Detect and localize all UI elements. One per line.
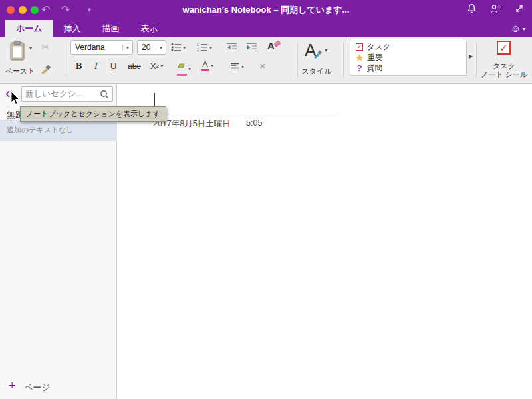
- ribbon-divider: [343, 42, 344, 78]
- page-list-sidebar: ‹ 無題... 追加のテキストなし + ページ: [0, 84, 117, 399]
- chevron-down-icon: ▾: [156, 45, 166, 51]
- font-color-button[interactable]: A ▾: [201, 60, 213, 71]
- page-item-selected[interactable]: 追加のテキストなし: [0, 120, 117, 141]
- styles-button[interactable]: A ▾: [305, 40, 327, 61]
- indent-button[interactable]: [246, 43, 257, 52]
- tab-home[interactable]: ホーム: [5, 20, 53, 37]
- cut-scissors-icon[interactable]: ✂: [41, 41, 50, 53]
- page-title-underline: [153, 114, 338, 114]
- tag-question[interactable]: ? 質問: [356, 63, 461, 73]
- italic-button[interactable]: I: [94, 61, 98, 72]
- fullscreen-expand-icon[interactable]: [515, 4, 524, 16]
- font-family-select[interactable]: Verdana ▾: [70, 40, 133, 55]
- highlight-color-button[interactable]: ▾: [177, 61, 191, 76]
- alignment-button[interactable]: ▾: [230, 63, 244, 70]
- task-note-seal-button[interactable]: ✓: [497, 41, 511, 55]
- tag-question-label: 質問: [367, 63, 382, 73]
- notifications-bell-icon[interactable]: [467, 3, 477, 17]
- search-box: [21, 86, 113, 102]
- font-color-icon: A: [201, 60, 209, 71]
- chevron-down-icon: ▾: [160, 63, 163, 69]
- subscript-base: X: [150, 61, 156, 71]
- paste-dropdown-icon[interactable]: ▾: [29, 45, 32, 51]
- page-item-subtitle: 追加のテキストなし: [7, 125, 74, 135]
- search-icon[interactable]: [100, 90, 109, 102]
- tags-gallery: ✓ タスク ★ 重要 ? 質問: [350, 39, 467, 76]
- bullet-list-icon: [171, 43, 182, 52]
- strikethrough-button[interactable]: abe: [128, 62, 141, 71]
- font-color-bar: [201, 69, 209, 71]
- plus-icon: +: [9, 379, 16, 393]
- window-title: wanichan's Notebook – 同期しています...: [0, 0, 532, 20]
- tag-important-label: 重要: [368, 53, 383, 63]
- bullet-list-button[interactable]: ▾: [171, 43, 186, 52]
- subscript-sub: 2: [156, 63, 159, 69]
- font-color-letter: A: [201, 60, 209, 68]
- format-painter-icon[interactable]: [40, 63, 52, 77]
- tooltip: ノートブックとセクションを表示します: [20, 106, 166, 122]
- smiley-glyph: ☺: [511, 23, 521, 34]
- mouse-cursor-icon: [11, 91, 21, 106]
- font-size-value: 20: [138, 43, 156, 52]
- task-seal-label-line2: ノート シール: [476, 70, 532, 80]
- eraser-icon: [273, 40, 281, 48]
- feedback-smiley-icon[interactable]: ☺▾: [511, 20, 525, 37]
- font-family-value: Verdana: [71, 43, 122, 52]
- styles-label: スタイル: [295, 66, 338, 76]
- tag-task[interactable]: ✓ タスク: [356, 41, 461, 52]
- tab-view[interactable]: 表示: [130, 20, 169, 37]
- align-left-icon: [230, 63, 240, 70]
- style-brush-icon: [313, 49, 323, 59]
- tag-task-label: タスク: [367, 42, 390, 52]
- chevron-down-icon: ▾: [183, 45, 186, 51]
- search-input[interactable]: [22, 87, 99, 101]
- bold-button[interactable]: B: [76, 61, 82, 72]
- tag-important[interactable]: ★ 重要: [356, 52, 461, 63]
- time-text: 5:05: [246, 118, 262, 128]
- chevron-down-icon: ▾: [211, 63, 213, 68]
- font-size-select[interactable]: 20 ▾: [137, 40, 166, 55]
- chevron-down-icon: ▾: [188, 66, 191, 72]
- tab-draw[interactable]: 描画: [92, 20, 130, 37]
- page-canvas[interactable]: 2017年8月5日土曜日 5:05: [117, 84, 532, 399]
- chevron-down-icon: ▾: [325, 47, 327, 53]
- ribbon-tab-bar: ホーム 挿入 描画 表示 ☺▾: [0, 20, 532, 37]
- chevron-down-icon: ▾: [241, 64, 244, 70]
- paste-clipboard-icon[interactable]: [9, 40, 26, 64]
- clear-formatting-button[interactable]: A: [267, 40, 281, 51]
- tab-insert[interactable]: 挿入: [53, 20, 92, 37]
- numbered-list-button[interactable]: 123 ▾: [197, 43, 212, 52]
- svg-text:3: 3: [197, 49, 199, 53]
- star-icon: ★: [356, 53, 364, 63]
- chevron-down-icon: ▾: [122, 45, 132, 51]
- ribbon-toolbar: ▾ ペースト ✂ Verdana ▾ 20 ▾ ▾ 123 ▾ A B I U …: [0, 37, 532, 84]
- delete-button[interactable]: ×: [259, 61, 265, 72]
- show-notebooks-back-button[interactable]: ‹: [5, 86, 10, 102]
- share-add-person-icon[interactable]: [490, 4, 501, 17]
- numbered-list-icon: 123: [197, 43, 208, 52]
- add-page-label: ページ: [24, 382, 51, 394]
- chevron-down-icon: ▾: [523, 26, 525, 32]
- outdent-button[interactable]: [226, 43, 237, 52]
- question-mark-icon: ?: [356, 63, 363, 73]
- titlebar: ↶ ↷ ▼ wanichan's Notebook – 同期しています...: [0, 0, 532, 20]
- paste-button[interactable]: ペースト: [1, 66, 39, 76]
- tags-expand-icon[interactable]: ▶: [469, 53, 473, 59]
- subscript-button[interactable]: X2 ▾: [150, 61, 163, 71]
- outdent-icon: [226, 43, 237, 52]
- red-checkbox-icon: ✓: [356, 43, 363, 51]
- chevron-down-icon: ▾: [209, 45, 212, 51]
- ribbon-divider: [65, 42, 65, 78]
- indent-icon: [246, 43, 257, 52]
- highlight-color-bar: [177, 74, 187, 76]
- highlighter-icon: [177, 61, 187, 76]
- underline-button[interactable]: U: [110, 61, 116, 71]
- add-page-button[interactable]: + ページ: [0, 378, 117, 396]
